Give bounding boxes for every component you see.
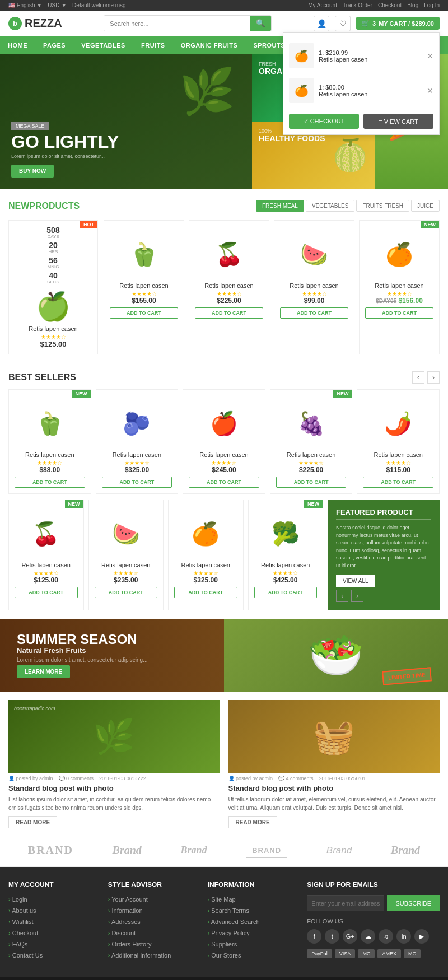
social-youtube[interactable]: ▶ — [414, 929, 429, 944]
checkout-link[interactable]: Checkout — [378, 2, 402, 8]
brand-0[interactable]: BRAND — [28, 844, 73, 857]
footer-link-orders-history[interactable]: Orders History — [108, 941, 152, 948]
blog-card-1: 🧺 👤 posted by admin 💬 4 comments 2016-01… — [228, 700, 440, 828]
product-0-add-to-cart[interactable]: ADD TO CART — [110, 307, 178, 319]
footer-link-wishlist[interactable]: Wishlist — [8, 918, 34, 925]
my-account-link[interactable]: My Account — [308, 2, 337, 8]
product-card-2: 🍉 Retis lapen casen ★★★★☆ $99.00 ADD TO … — [274, 220, 354, 354]
top-bar-left: 🇺🇸 English ▼ USD ▼ Default welcome msg — [8, 2, 126, 8]
footer-link-search-terms[interactable]: Search Terms — [208, 907, 249, 914]
deal-product-name: Retis lapen casen — [15, 325, 92, 332]
bs-product-2-name: Retis lapen casen — [189, 451, 259, 458]
nav-item-pages[interactable]: PAGES — [35, 36, 73, 54]
brand-2[interactable]: Brand — [181, 844, 207, 856]
tab-juice[interactable]: JUICE — [411, 200, 440, 212]
bs-product-8-add-cart[interactable]: ADD TO CART — [254, 587, 318, 598]
bs-product-2: 🍎 Retis lapen casen ★★★★☆ $245.00 ADD TO… — [183, 389, 265, 494]
filter-tabs: FRESH MEAL VEGETABLES FRUITS FRESH JUICE — [256, 200, 440, 212]
blog-0-read-more[interactable]: READ MORE — [8, 816, 57, 828]
footer-link-sitemap[interactable]: Site Map — [208, 896, 236, 903]
brand-1[interactable]: Brand — [113, 844, 142, 857]
social-google-plus[interactable]: G+ — [343, 929, 357, 944]
view-cart-button[interactable]: ≡ VIEW CART — [363, 114, 433, 129]
checkout-button[interactable]: ✓ CHECKOUT — [289, 114, 359, 129]
footer-link-checkout[interactable]: Checkout — [8, 930, 38, 936]
hero-buy-button[interactable]: BUY NOW — [11, 165, 54, 178]
nav-item-vegetables[interactable]: VEGETABLES — [73, 36, 133, 54]
featured-next-arrow[interactable]: › — [351, 590, 363, 602]
bs-product-6-stars: ★★★★☆ — [95, 570, 158, 576]
user-icon-btn[interactable]: 👤 — [314, 16, 329, 31]
footer-link-about[interactable]: About us — [8, 907, 36, 914]
currency-selector[interactable]: USD ▼ — [48, 2, 67, 8]
nav-item-fruits[interactable]: FRUITS — [133, 36, 173, 54]
summer-learn-more-button[interactable]: LEARN MORE — [17, 665, 70, 678]
footer-link-your-account[interactable]: Your Account — [108, 896, 148, 903]
email-signup-input[interactable] — [307, 895, 384, 911]
cart-count: 3 — [372, 20, 376, 27]
social-facebook[interactable]: f — [307, 929, 321, 944]
bs-product-5-add-cart[interactable]: ADD TO CART — [15, 587, 78, 598]
featured-prev-arrow[interactable]: ‹ — [336, 590, 348, 602]
product-2-add-to-cart[interactable]: ADD TO CART — [280, 307, 348, 319]
social-music[interactable]: ♫ — [379, 929, 393, 944]
cart-button[interactable]: 🛒 3 MY CART / $289.00 — [356, 17, 440, 30]
brand-3[interactable]: BRAND — [246, 843, 287, 858]
social-linkedin[interactable]: in — [396, 929, 411, 944]
track-order-link[interactable]: Track Order — [343, 2, 372, 8]
deal-price: $125.00 — [15, 340, 92, 348]
nav-item-organic[interactable]: ORGANIC FRUITS — [173, 36, 246, 54]
hot-badge: HOT — [80, 221, 97, 228]
brand-4[interactable]: Brand — [326, 845, 352, 856]
bs-product-5-stars: ★★★★☆ — [15, 570, 78, 576]
footer-link-privacy[interactable]: Privacy Policy — [208, 930, 250, 936]
bs-product-6-add-cart[interactable]: ADD TO CART — [95, 587, 158, 598]
logo[interactable]: b REZZA — [8, 17, 62, 30]
footer-link-suppliers[interactable]: Suppliers — [208, 941, 237, 948]
blog-1-text: Ut tellus laborum dolor iat amet, elemen… — [228, 795, 440, 812]
footer-link-faqs[interactable]: FAQs — [8, 941, 27, 948]
welcome-message: Default welcome msg — [72, 2, 126, 8]
tab-vegetables[interactable]: VEGETABLES — [306, 200, 354, 212]
footer-link-contact[interactable]: Contact Us — [8, 952, 43, 959]
footer-link-additional[interactable]: Additional Information — [108, 952, 171, 959]
social-twitter[interactable]: t — [325, 929, 339, 944]
footer-middle: b REZZA 📍 123 Main Street, Anytown, CA 1… — [0, 977, 448, 980]
footer-link-our-stores[interactable]: Our Stores — [208, 952, 241, 959]
bs-product-2-add-cart[interactable]: ADD TO CART — [189, 477, 259, 488]
social-rss[interactable]: ☁ — [361, 929, 375, 944]
wishlist-icon-btn[interactable]: ♡ — [335, 16, 351, 31]
bs-product-0-add-cart[interactable]: ADD TO CART — [15, 477, 85, 488]
subscribe-button[interactable]: SUBSCRIBE — [387, 895, 440, 911]
bs-product-1-add-cart[interactable]: ADD TO CART — [102, 477, 172, 488]
cart-item-1-remove[interactable]: ✕ — [427, 52, 433, 60]
product-3-add-to-cart[interactable]: ADD TO CART — [365, 307, 433, 319]
blog-0-title: Standard blog post with photo — [8, 784, 220, 792]
login-link[interactable]: Log In — [424, 2, 440, 8]
next-arrow[interactable]: › — [427, 371, 440, 384]
bs-product-1-image: 🫐 — [102, 401, 172, 446]
cart-item-2-remove[interactable]: ✕ — [427, 86, 433, 95]
cart-actions: ✓ CHECKOUT ≡ VIEW CART — [289, 114, 433, 129]
nav-item-home[interactable]: HOME — [0, 36, 35, 54]
social-icons: f t G+ ☁ ♫ in ▶ — [307, 929, 440, 944]
tab-fruits-fresh[interactable]: FRUITS FRESH — [356, 200, 409, 212]
footer-link-advanced-search[interactable]: Advanced Search — [208, 918, 260, 925]
featured-view-all-button[interactable]: VIEW ALL — [336, 575, 375, 587]
brand-5[interactable]: Brand — [391, 844, 420, 857]
language-selector[interactable]: 🇺🇸 English ▼ — [8, 2, 42, 8]
footer-link-information[interactable]: Information — [108, 907, 143, 914]
bs-product-3-add-cart[interactable]: ADD TO CART — [276, 477, 347, 488]
bs-product-4-add-cart[interactable]: ADD TO CART — [363, 477, 433, 488]
prev-arrow[interactable]: ‹ — [412, 371, 424, 384]
product-1-add-to-cart[interactable]: ADD TO CART — [195, 307, 263, 319]
footer-link-login[interactable]: Login — [8, 896, 27, 903]
search-button[interactable]: 🔍 — [250, 16, 271, 31]
tab-fresh-meal[interactable]: FRESH MEAL — [256, 200, 304, 212]
blog-1-read-more[interactable]: READ MORE — [228, 816, 277, 828]
footer-link-addresses[interactable]: Addresses — [108, 918, 141, 925]
search-input[interactable] — [104, 16, 250, 31]
footer-link-discount[interactable]: Discount — [108, 930, 136, 936]
bs-product-7-add-cart[interactable]: ADD TO CART — [174, 587, 237, 598]
blog-link[interactable]: Blog — [407, 2, 418, 8]
